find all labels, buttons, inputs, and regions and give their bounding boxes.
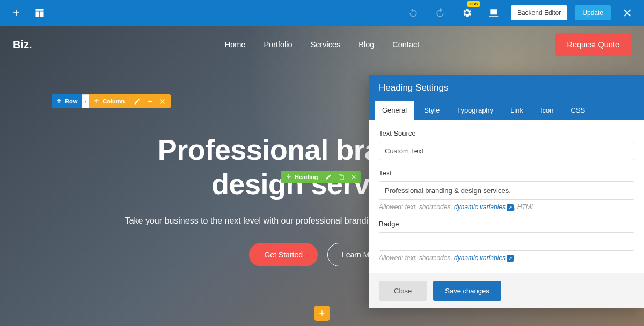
tab-general[interactable]: General — [375, 101, 414, 120]
element-breadcrumb: Row › Column — [52, 94, 171, 108]
breadcrumb-separator: › — [82, 94, 89, 108]
breadcrumb-row-label: Row — [65, 98, 77, 105]
move-icon — [286, 174, 292, 180]
tab-style[interactable]: Style — [416, 101, 447, 120]
nav-item[interactable]: Contact — [392, 40, 419, 49]
badge-label: Badge — [379, 220, 634, 228]
close-editor-button[interactable] — [618, 3, 638, 23]
nav-item[interactable]: Blog — [358, 40, 374, 49]
breadcrumb-column-tools — [129, 94, 171, 108]
nav-item[interactable]: Portfolio — [264, 40, 292, 49]
primary-nav: Home Portfolio Services Blog Contact — [225, 40, 420, 49]
page-settings-button[interactable] — [457, 3, 477, 23]
nav-item[interactable]: Home — [225, 40, 246, 49]
add-column-button[interactable] — [144, 95, 156, 107]
heading-element-toolbar: Heading — [281, 171, 361, 183]
close-panel-button[interactable]: Close — [379, 281, 427, 301]
breadcrumb-column-label: Column — [103, 98, 125, 105]
undo-button[interactable] — [404, 3, 423, 23]
external-link-icon: ↗ — [507, 255, 514, 262]
add-element-button[interactable] — [6, 3, 26, 23]
element-toolbar-label: Heading — [295, 174, 318, 180]
text-source-select[interactable] — [379, 142, 634, 160]
backend-editor-button[interactable]: Backend Editor — [511, 5, 567, 20]
move-icon — [56, 98, 62, 105]
breadcrumb-row[interactable]: Row — [52, 94, 82, 108]
text-source-label: Text Source — [379, 129, 634, 137]
get-started-button[interactable]: Get Started — [249, 243, 318, 266]
site-logo: Biz. — [13, 39, 32, 51]
dynamic-variables-link[interactable]: dynamic variables — [454, 203, 506, 211]
request-quote-button[interactable]: Request Quote — [555, 33, 631, 56]
breadcrumb-column[interactable]: Column — [89, 94, 129, 108]
move-icon — [93, 98, 100, 105]
tab-css[interactable]: CSS — [564, 101, 593, 120]
redo-button[interactable] — [430, 3, 450, 23]
templates-button[interactable] — [30, 3, 49, 23]
tab-link[interactable]: Link — [503, 101, 531, 120]
badge-help: Allowed: text, shortcodes, dynamic varia… — [379, 254, 634, 262]
nav-item[interactable]: Services — [311, 40, 341, 49]
edit-column-button[interactable] — [131, 95, 143, 107]
update-button[interactable]: Update — [575, 5, 611, 20]
text-label: Text — [379, 169, 634, 177]
heading-settings-panel: Heading Settings General Style Typograph… — [369, 75, 644, 308]
delete-column-button[interactable] — [157, 95, 169, 107]
panel-title: Heading Settings — [369, 75, 644, 101]
responsive-preview-button[interactable] — [484, 3, 503, 23]
top-toolbar: Backend Editor Update — [0, 0, 644, 26]
tab-typography[interactable]: Typography — [449, 101, 501, 120]
save-changes-button[interactable]: Save changes — [433, 281, 501, 301]
tab-icon[interactable]: Icon — [533, 101, 561, 120]
panel-footer: Close Save changes — [369, 273, 644, 308]
text-help: Allowed: text, shortcodes, dynamic varia… — [379, 203, 634, 211]
edit-heading-button[interactable] — [322, 171, 335, 183]
clone-heading-button[interactable] — [335, 171, 348, 183]
delete-heading-button[interactable] — [348, 171, 361, 183]
site-header: Biz. Home Portfolio Services Blog Contac… — [0, 26, 644, 63]
badge-input[interactable] — [379, 232, 634, 251]
panel-tabs: General Style Typography Link Icon CSS — [369, 101, 644, 120]
heading-text-input[interactable] — [379, 181, 634, 200]
dynamic-variables-link[interactable]: dynamic variables — [454, 254, 506, 262]
external-link-icon: ↗ — [507, 204, 514, 211]
add-section-button[interactable] — [314, 306, 330, 321]
